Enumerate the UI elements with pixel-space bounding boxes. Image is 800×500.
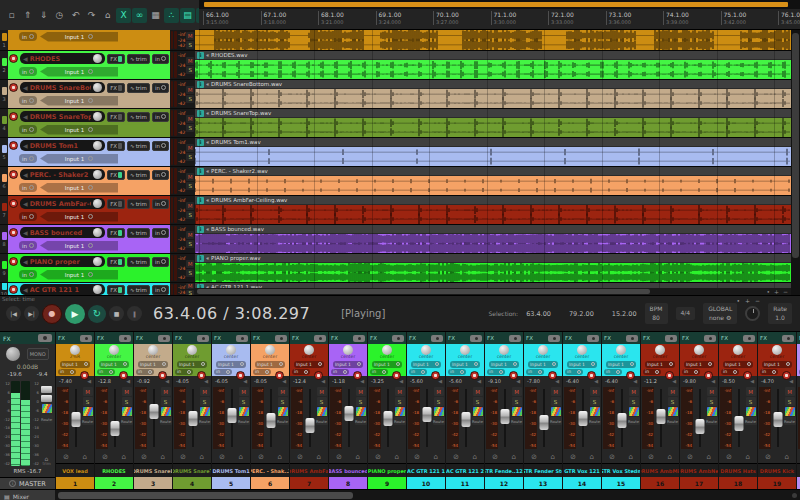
- trim-envelope-button[interactable]: ∿trim: [127, 141, 150, 151]
- strip-fader-track[interactable]: [186, 387, 199, 449]
- route-button[interactable]: Route: [277, 417, 289, 425]
- phase-icon[interactable]: ⊘: [258, 453, 264, 461]
- strip-input-selector[interactable]: Input 1: [99, 361, 129, 368]
- strip-track-name[interactable]: DRUMS AmbNea: [680, 463, 718, 477]
- track-edge[interactable]: 6: [0, 167, 8, 195]
- mixer-scrollbar-end-icon[interactable]: [792, 493, 797, 498]
- strip-track-name[interactable]: GTR Fende..121: [485, 463, 523, 477]
- global-value[interactable]: none: [709, 314, 724, 321]
- strip-fader-track[interactable]: [537, 387, 550, 449]
- strip-fader-track[interactable]: [420, 387, 433, 449]
- item-grouping-icon[interactable]: ∴: [164, 8, 179, 23]
- strip-monitor-selector[interactable]: in: [565, 369, 583, 375]
- solo-button[interactable]: S: [186, 182, 194, 190]
- track-pan-knob[interactable]: [93, 228, 102, 237]
- strip-volume-readout[interactable]: -7.40: [59, 378, 72, 384]
- track-lane[interactable]: i « DRUMS SnareBottom.wav: [195, 80, 791, 109]
- strip-track-name[interactable]: DRUMS SnareT: [173, 463, 211, 477]
- record-arm-button[interactable]: [9, 170, 18, 179]
- repeat-button[interactable]: ↻: [88, 305, 106, 323]
- open-project-icon[interactable]: ⇑: [20, 8, 35, 23]
- mixer-strip[interactable]: FX center Input 1 in -5.60 ◀ -inf-6-18-3…: [446, 332, 485, 489]
- fx-rainbow-icon[interactable]: [785, 407, 795, 416]
- fx-rainbow-icon[interactable]: [512, 407, 522, 416]
- fx-rainbow-icon[interactable]: [629, 407, 639, 416]
- trim-icon[interactable]: ⌂: [161, 453, 165, 461]
- strip-fx-slot[interactable]: FX: [407, 332, 445, 344]
- strip-monitor-selector[interactable]: in: [331, 369, 349, 375]
- strip-track-number[interactable]: 17: [680, 477, 718, 489]
- fx-button[interactable]: FX: [107, 228, 125, 238]
- item-info-icon[interactable]: i: [197, 110, 204, 117]
- phase-icon[interactable]: ⊘: [414, 453, 420, 461]
- mute-button[interactable]: M: [186, 283, 194, 289]
- trim-icon[interactable]: ⌂: [707, 453, 711, 461]
- fx-enabled-led[interactable]: [118, 143, 122, 149]
- strip-volume-readout[interactable]: -4.05: [176, 378, 189, 384]
- trim-icon[interactable]: ⌂: [746, 453, 750, 461]
- strip-record-arm[interactable]: [626, 371, 635, 380]
- fx-enabled-led[interactable]: [118, 230, 122, 236]
- horizontal-scrollbar[interactable]: • + −: [195, 288, 791, 295]
- fx-rainbow-icon[interactable]: [551, 407, 561, 416]
- strip-monitor-selector[interactable]: in: [448, 369, 466, 375]
- new-project-icon[interactable]: ▫: [4, 8, 19, 23]
- monitor-dot-icon[interactable]: [161, 114, 166, 119]
- strip-track-name[interactable]: DRUMS SnareB: [134, 463, 172, 477]
- solo-button[interactable]: S: [746, 397, 756, 406]
- strip-track-name[interactable]: PIANO proper: [368, 463, 406, 477]
- strip-volume-readout[interactable]: -11.2: [644, 378, 657, 384]
- mute-button[interactable]: M: [186, 57, 194, 65]
- strip-fx-slot[interactable]: FX: [680, 332, 718, 344]
- mixer-scrollbar-thumb[interactable]: [58, 492, 353, 499]
- fx-bypass-icon[interactable]: [197, 335, 209, 342]
- mixer-strip[interactable]: FX center Input 1 in -0.92 ◀ -inf-6-18-3…: [134, 332, 173, 489]
- strip-record-arm[interactable]: [353, 371, 362, 380]
- input-monitor-button[interactable]: in: [152, 112, 169, 122]
- record-mode-pill[interactable]: in: [19, 212, 37, 221]
- track-name-pill[interactable]: ◀ PERC. - Shaker2: [20, 169, 105, 180]
- phase-icon[interactable]: ⊘: [63, 453, 69, 461]
- strip-fader-handle[interactable]: [71, 412, 80, 427]
- master-mono-button[interactable]: MONO: [27, 348, 49, 360]
- mute-button[interactable]: M: [512, 387, 522, 396]
- solo-button[interactable]: S: [186, 153, 194, 161]
- strip-fader-handle[interactable]: [734, 416, 743, 431]
- strip-fx-slot[interactable]: FX: [368, 332, 406, 344]
- strip-fx-slot[interactable]: FX: [212, 332, 250, 344]
- track-name-pill[interactable]: ◀ PIANO proper: [20, 256, 105, 267]
- global-automation-box[interactable]: GLOBAL none ⚙: [703, 303, 737, 324]
- strip-track-number[interactable]: 11: [446, 477, 484, 489]
- strip-record-arm[interactable]: [665, 371, 674, 380]
- record-mode-pill[interactable]: in: [19, 67, 37, 76]
- master-fader-right[interactable]: [41, 395, 52, 402]
- record-input-pill[interactable]: Input 1: [40, 32, 118, 42]
- trim-icon[interactable]: ⌂: [83, 453, 87, 461]
- media-item-waveform[interactable]: [195, 60, 791, 79]
- solo-button[interactable]: S: [785, 397, 795, 406]
- mute-button[interactable]: M: [785, 387, 795, 396]
- fx-button[interactable]: FX: [107, 170, 125, 180]
- strip-fader-handle[interactable]: [773, 412, 782, 427]
- speaker-icon[interactable]: ◀: [243, 378, 247, 384]
- solo-button[interactable]: S: [161, 397, 171, 406]
- strip-track-name[interactable]: PERC. - Shak..2: [251, 463, 289, 477]
- mute-button[interactable]: M: [186, 202, 194, 210]
- strip-fader-track[interactable]: [303, 387, 316, 449]
- monitor-dot-icon[interactable]: [161, 259, 166, 264]
- strip-input-selector[interactable]: Input 1: [528, 361, 558, 368]
- track-edge[interactable]: 4: [0, 109, 8, 137]
- save-project-icon[interactable]: ⇓: [36, 8, 51, 23]
- stop-button[interactable]: ■: [109, 306, 124, 321]
- track-panel[interactable]: 7 ◀ DRUMS AmbFar-Ceiling FX ∿trim in in …: [0, 196, 195, 225]
- strip-fader-track[interactable]: [225, 387, 238, 449]
- strip-monitor-selector[interactable]: in: [721, 369, 739, 375]
- strip-fader-handle[interactable]: [227, 408, 236, 423]
- monitor-dot-icon[interactable]: [161, 143, 166, 148]
- monitor-dot-icon[interactable]: [161, 172, 166, 177]
- fx-rainbow-icon[interactable]: [239, 407, 249, 416]
- fx-enabled-led[interactable]: [118, 172, 122, 178]
- strip-fx-slot[interactable]: FX: [290, 332, 328, 344]
- media-item-titlebar[interactable]: i « PERC. - Shaker2.wav: [195, 167, 791, 176]
- mute-button[interactable]: M: [317, 387, 327, 396]
